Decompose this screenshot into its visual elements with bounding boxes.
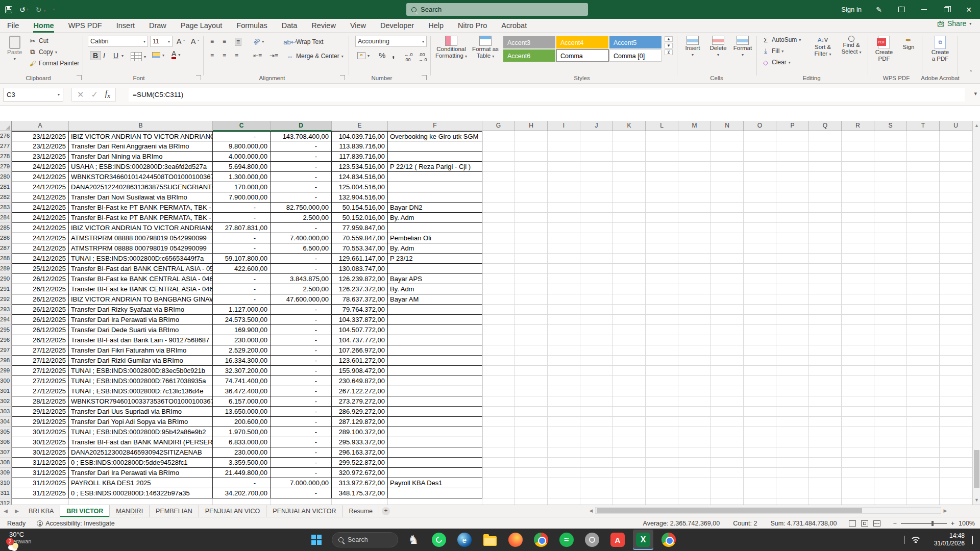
cell-C306[interactable]: 6.833.000,00 bbox=[213, 437, 271, 447]
cell-D281[interactable]: - bbox=[271, 182, 332, 192]
cell-E288[interactable]: 129.661.147,00 bbox=[332, 254, 388, 264]
cell-B297[interactable]: Transfer Dari Fikri Faturahm via BRImo bbox=[69, 345, 213, 356]
cell-B278[interactable]: Transfer Dari Nining via BRImo bbox=[69, 152, 213, 162]
cell-A299[interactable]: 27/12/2025 bbox=[12, 366, 69, 376]
row-header-291[interactable]: 291 bbox=[0, 284, 12, 294]
taskbar-app-camera[interactable] bbox=[582, 530, 602, 550]
alignment-dialog-launcher[interactable] bbox=[340, 75, 345, 80]
minimize-button[interactable] bbox=[913, 0, 935, 19]
cell-F280[interactable] bbox=[388, 172, 482, 182]
clipboard-dialog-launcher[interactable] bbox=[77, 75, 82, 80]
percent-style-button[interactable]: % bbox=[379, 51, 385, 60]
cell-E285[interactable]: 77.959.847,00 bbox=[332, 223, 388, 233]
cell-A281[interactable]: 24/12/2025 bbox=[12, 182, 69, 192]
taskbar-app-excel[interactable]: X bbox=[633, 530, 653, 550]
cell-A306[interactable]: 30/12/2025 bbox=[12, 437, 69, 447]
style-comma0[interactable]: Comma [0] bbox=[609, 49, 662, 62]
comma-style-button[interactable]: , bbox=[392, 49, 395, 60]
row-header-312[interactable]: 312 bbox=[0, 498, 12, 505]
cell-A303[interactable]: 29/12/2025 bbox=[12, 407, 69, 417]
cell-B300[interactable]: TUNAI ; ESB:INDS:0002800D:76617038935a bbox=[69, 376, 213, 386]
cell-B285[interactable]: IBIZ VICTOR ANDRIAN TO VICTOR ANDRIANO bbox=[69, 223, 213, 233]
cell-E308[interactable]: 299.522.872,00 bbox=[332, 458, 388, 468]
orientation-button[interactable]: ab▾ bbox=[253, 38, 264, 45]
create-a-pdf-button[interactable]: ⧉ Createa PDF bbox=[927, 36, 953, 62]
cell-E298[interactable]: 123.601.272,00 bbox=[332, 356, 388, 366]
font-color-button[interactable]: A▾ bbox=[172, 50, 180, 59]
row-header-311[interactable]: 311 bbox=[0, 488, 12, 498]
formula-bar-expand-icon[interactable]: ▾ bbox=[974, 90, 977, 97]
cell-A290[interactable]: 26/12/2025 bbox=[12, 274, 69, 284]
cell-F288[interactable]: P 23/12 bbox=[388, 254, 482, 264]
cell-C276[interactable]: - bbox=[213, 131, 271, 141]
cell-D311[interactable]: - bbox=[271, 488, 332, 498]
cell-F302[interactable] bbox=[388, 396, 482, 407]
cell-F277[interactable] bbox=[388, 141, 482, 152]
enter-icon[interactable]: ✓ bbox=[91, 90, 97, 99]
cell-C297[interactable]: 2.529.200,00 bbox=[213, 345, 271, 356]
cell-B277[interactable]: Transfer Dari Reni Anggraeni via BRImo bbox=[69, 141, 213, 152]
vertical-scrollbar[interactable]: ▲ ▼ bbox=[972, 121, 980, 505]
cell-B283[interactable]: Transfer BI-Fast ke PT BANK PERMATA, TBK… bbox=[69, 203, 213, 213]
cell-A302[interactable]: 28/12/2025 bbox=[12, 396, 69, 407]
cell-B307[interactable]: DANA20251230028465930942SITIZAENAB bbox=[69, 447, 213, 458]
cell-A295[interactable]: 26/12/2025 bbox=[12, 325, 69, 335]
cell-B289[interactable]: Transfer BI-Fast dari BANK CENTRAL ASIA … bbox=[69, 264, 213, 274]
cell-D296[interactable]: - bbox=[271, 335, 332, 345]
number-dialog-launcher[interactable] bbox=[422, 75, 427, 80]
cell-B304[interactable]: Transfer Dari Yopi Adi Sopya via BRImo bbox=[69, 417, 213, 427]
cell-C286[interactable]: - bbox=[213, 233, 271, 243]
row-header-303[interactable]: 303 bbox=[0, 407, 12, 417]
zoom-slider[interactable] bbox=[901, 523, 947, 524]
cell-F290[interactable]: Bayar APS bbox=[388, 274, 482, 284]
gallery-more-button[interactable]: ⊻ bbox=[665, 49, 673, 55]
cell-F312[interactable] bbox=[388, 498, 482, 505]
cell-D279[interactable]: - bbox=[271, 162, 332, 172]
scroll-up-icon[interactable]: ▲ bbox=[973, 121, 980, 130]
row-header-302[interactable]: 302 bbox=[0, 396, 12, 407]
row-header-283[interactable]: 283 bbox=[0, 203, 12, 213]
row-header-300[interactable]: 300 bbox=[0, 376, 12, 386]
row-header-281[interactable]: 281 bbox=[0, 182, 12, 192]
row-header-278[interactable]: 278 bbox=[0, 152, 12, 162]
sign-button[interactable]: ✒ Sign bbox=[898, 36, 919, 51]
cell-E307[interactable]: 296.163.372,00 bbox=[332, 447, 388, 458]
font-size-combo[interactable]: 11▾ bbox=[150, 36, 173, 47]
format-painter-button[interactable]: 🖌Format Painter bbox=[29, 59, 79, 67]
sheet-tab-resume[interactable]: Resume bbox=[342, 505, 379, 517]
underline-button[interactable]: U bbox=[113, 52, 118, 60]
cell-B288[interactable]: TUNAI ; ESB:INDS:0002800D:c65653449f7a bbox=[69, 254, 213, 264]
cell-A294[interactable]: 26/12/2025 bbox=[12, 315, 69, 325]
cell-E280[interactable]: 124.834.516,00 bbox=[332, 172, 388, 182]
column-header-I[interactable]: I bbox=[548, 121, 580, 131]
cell-C287[interactable]: - bbox=[213, 243, 271, 254]
copy-button[interactable]: ⧉Copy ▾ bbox=[29, 48, 57, 56]
cell-B279[interactable]: USAHA ; ESB:INDS:0002800D:3ea6fd2d527a bbox=[69, 162, 213, 172]
menu-tab-acrobat[interactable]: Acrobat bbox=[501, 19, 527, 33]
sheet-tab-pembelian[interactable]: PEMBELIAN bbox=[150, 505, 199, 517]
cell-A277[interactable]: 23/12/2025 bbox=[12, 141, 69, 152]
cell-C299[interactable]: 32.307.200,00 bbox=[213, 366, 271, 376]
cell-C296[interactable]: 230.000,00 bbox=[213, 335, 271, 345]
cell-D295[interactable]: - bbox=[271, 325, 332, 335]
align-middle-button[interactable]: ≡ bbox=[223, 38, 226, 45]
cell-F297[interactable] bbox=[388, 345, 482, 356]
scroll-down-icon[interactable]: ▼ bbox=[973, 495, 980, 505]
cell-D297[interactable]: - bbox=[271, 345, 332, 356]
cell-F294[interactable] bbox=[388, 315, 482, 325]
column-header-Q[interactable]: Q bbox=[809, 121, 842, 131]
row-header-280[interactable]: 280 bbox=[0, 172, 12, 182]
cell-F291[interactable]: By. Adm bbox=[388, 284, 482, 294]
cell-A276[interactable]: 23/12/2025 bbox=[12, 131, 69, 141]
horizontal-scroll-thumb[interactable] bbox=[597, 508, 862, 513]
align-left-button[interactable]: ≡ bbox=[210, 52, 214, 59]
cell-C283[interactable]: - bbox=[213, 203, 271, 213]
cell-C303[interactable]: 13.650.000,00 bbox=[213, 407, 271, 417]
cell-F310[interactable]: Payroll KBA Des1 bbox=[388, 478, 482, 488]
row-header-299[interactable]: 299 bbox=[0, 366, 12, 376]
column-header-L[interactable]: L bbox=[646, 121, 678, 131]
cell-D302[interactable]: - bbox=[271, 396, 332, 407]
sheet-tab-penjualan-victor[interactable]: PENJUALAN VICTOR bbox=[266, 505, 342, 517]
create-pdf-button[interactable]: PDF CreatePDF bbox=[872, 36, 896, 62]
cell-A310[interactable]: 31/12/2025 bbox=[12, 478, 69, 488]
